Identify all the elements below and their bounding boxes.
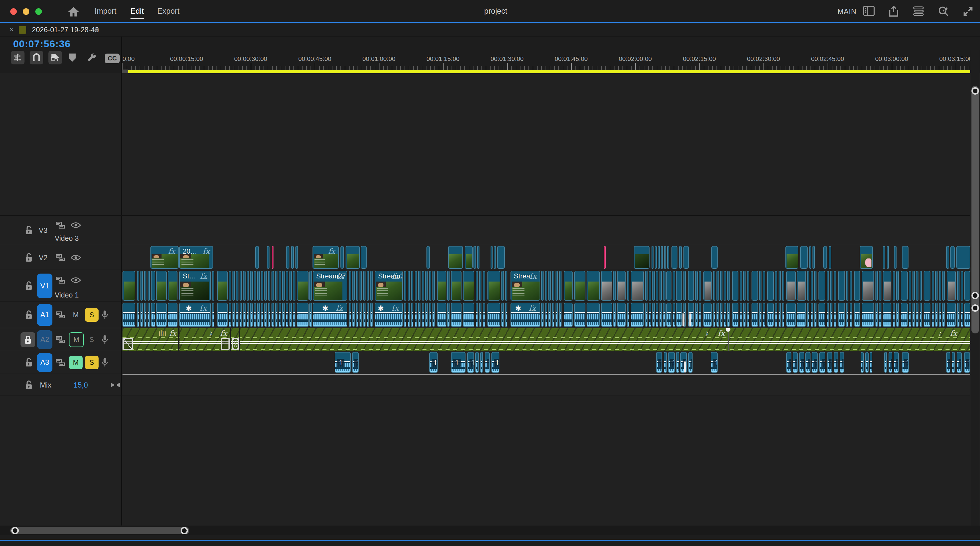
source-patch-icon[interactable]	[56, 336, 65, 344]
workspace-panel-icon[interactable]	[863, 6, 875, 16]
audio-clip[interactable]	[552, 302, 554, 327]
toggle-track-output-icon[interactable]	[71, 277, 81, 283]
audio-clip[interactable]	[254, 302, 256, 327]
video-clip[interactable]	[404, 271, 406, 301]
tiny-clip-outline[interactable]	[221, 338, 230, 350]
audio-clip[interactable]	[667, 302, 671, 327]
audio-clip[interactable]: 1	[656, 352, 662, 373]
audio-clip[interactable]	[447, 302, 450, 327]
audio-clip[interactable]	[909, 302, 911, 327]
lock-open-icon[interactable]	[24, 358, 33, 367]
video-clip[interactable]	[667, 246, 669, 269]
audio-clip[interactable]	[716, 302, 719, 327]
video-clip[interactable]	[634, 246, 649, 269]
video-clip[interactable]	[759, 271, 762, 301]
audio-clip[interactable]	[613, 302, 616, 327]
track-lane-v2[interactable]: fx20…fxfx	[123, 245, 970, 270]
video-clip[interactable]	[713, 271, 715, 301]
video-clip[interactable]	[574, 271, 585, 301]
video-clip[interactable]	[883, 271, 891, 301]
mute-button[interactable]: M	[69, 308, 83, 322]
video-clip[interactable]: 20…fx	[179, 246, 213, 269]
audio-clip[interactable]	[257, 302, 259, 327]
mute-button[interactable]: M	[69, 356, 83, 369]
audio-clip[interactable]	[433, 302, 435, 327]
solo-button[interactable]: S	[85, 356, 99, 369]
video-clip[interactable]	[497, 246, 505, 269]
video-clip[interactable]	[913, 271, 915, 301]
lock-open-icon[interactable]	[24, 253, 33, 263]
audio-clip[interactable]: ✱fx	[313, 302, 347, 327]
audio-clip[interactable]	[747, 302, 749, 327]
audio-clip[interactable]	[217, 302, 228, 327]
video-clip[interactable]	[463, 271, 474, 301]
track-target-badge[interactable]: V1	[37, 274, 52, 298]
zoom-window-button[interactable]	[35, 8, 42, 15]
video-clip[interactable]	[282, 271, 285, 301]
video-clip[interactable]	[797, 271, 806, 301]
video-clip[interactable]	[656, 271, 658, 301]
video-clip[interactable]	[261, 271, 263, 301]
track-lane-mix[interactable]	[123, 374, 970, 396]
video-clip[interactable]	[422, 271, 424, 301]
video-clip[interactable]	[474, 246, 476, 269]
video-clip[interactable]	[829, 246, 831, 269]
audio-clip[interactable]	[695, 302, 697, 327]
video-clip[interactable]	[964, 271, 970, 301]
video-clip[interactable]	[703, 271, 712, 301]
audio-clip[interactable]	[656, 302, 658, 327]
video-clip[interactable]	[429, 271, 431, 301]
track-lane-a2[interactable]: ılııfx♪fx♪fx♪fx	[123, 328, 970, 351]
video-clip[interactable]	[360, 271, 362, 301]
video-clip[interactable]	[286, 271, 288, 301]
audio-clip[interactable]	[763, 302, 765, 327]
audio-clip[interactable]: 1	[840, 352, 844, 373]
video-clip[interactable]	[255, 246, 259, 269]
audio-clip[interactable]	[123, 302, 135, 327]
video-clip[interactable]	[447, 271, 450, 301]
video-clip[interactable]	[883, 246, 885, 269]
video-clip[interactable]	[487, 271, 500, 301]
audio-clip[interactable]	[541, 302, 544, 327]
audio-clip[interactable]	[645, 302, 648, 327]
video-clip[interactable]	[494, 246, 496, 269]
audio-clip[interactable]	[264, 302, 267, 327]
video-clip[interactable]	[902, 246, 908, 269]
audio-clip[interactable]	[901, 302, 908, 327]
audio-clip[interactable]	[884, 352, 887, 373]
video-clip[interactable]	[724, 271, 726, 301]
audio-clip[interactable]	[834, 302, 836, 327]
audio-clip[interactable]	[261, 302, 263, 327]
video-clip[interactable]	[257, 271, 259, 301]
audio-clip[interactable]: 1	[861, 352, 864, 373]
voiceover-mic-icon[interactable]	[102, 310, 108, 320]
audio-clip[interactable]: 1	[492, 352, 500, 373]
audio-clip[interactable]	[649, 302, 651, 327]
audio-clip[interactable]	[775, 302, 777, 327]
timeline-zoom-handle-right[interactable]	[181, 527, 188, 534]
audio-clip[interactable]	[727, 302, 730, 327]
video-clip[interactable]	[894, 246, 897, 269]
search-sparkle-icon[interactable]	[938, 6, 949, 17]
audio-clip[interactable]	[947, 302, 956, 327]
audio-clip[interactable]: 1	[957, 352, 962, 373]
video-clip[interactable]	[947, 271, 956, 301]
tab-import[interactable]: Import	[95, 7, 116, 16]
video-clip[interactable]	[946, 246, 949, 269]
video-clip[interactable]	[699, 271, 701, 301]
audio-clip[interactable]: 1	[889, 352, 892, 373]
audio-clip[interactable]	[404, 302, 406, 327]
video-clip[interactable]	[296, 246, 298, 269]
audio-clip[interactable]: 1	[688, 352, 692, 373]
video-clip[interactable]	[652, 246, 654, 269]
audio-clip[interactable]	[724, 302, 726, 327]
lock-open-icon[interactable]	[24, 380, 33, 390]
audio-clip[interactable]	[487, 302, 500, 327]
track-lane-a3[interactable]: 11111111111111111111111111111	[123, 351, 970, 374]
video-clip[interactable]	[541, 271, 544, 301]
audio-clip[interactable]: 1	[668, 352, 675, 373]
audio-clip[interactable]: 1	[894, 352, 899, 373]
video-clip[interactable]	[349, 271, 351, 301]
audio-clip[interactable]	[703, 302, 712, 327]
video-clip[interactable]	[291, 246, 294, 269]
